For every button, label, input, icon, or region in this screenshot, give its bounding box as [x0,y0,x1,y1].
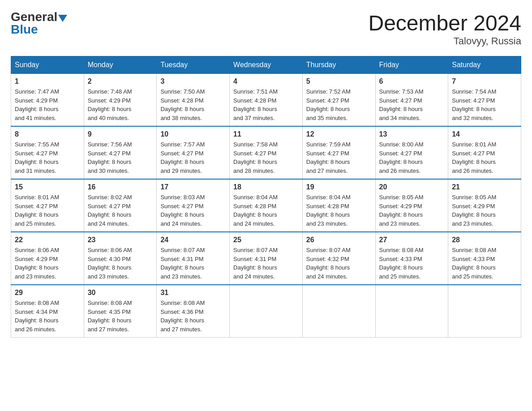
day-number: 5 [306,77,372,86]
calendar-cell: 23Sunrise: 8:06 AMSunset: 4:30 PMDayligh… [84,232,157,285]
day-info: Sunrise: 8:04 AMSunset: 4:28 PMDaylight:… [233,193,299,228]
calendar-cell: 15Sunrise: 8:01 AMSunset: 4:27 PMDayligh… [11,179,84,232]
day-info: Sunrise: 7:57 AMSunset: 4:27 PMDaylight:… [160,140,226,175]
day-number: 11 [233,130,299,138]
day-header-saturday: Saturday [448,56,521,74]
calendar-cell: 5Sunrise: 7:52 AMSunset: 4:27 PMDaylight… [302,74,375,127]
day-number: 22 [15,236,80,244]
day-header-monday: Monday [84,56,157,74]
calendar-cell: 17Sunrise: 8:03 AMSunset: 4:27 PMDayligh… [157,179,230,232]
page-header: General Blue December 2024 Talovyy, Russ… [11,11,521,47]
logo: General Blue [11,11,67,36]
day-number: 15 [15,183,80,191]
calendar-cell: 12Sunrise: 7:59 AMSunset: 4:27 PMDayligh… [302,126,375,179]
calendar-cell: 19Sunrise: 8:04 AMSunset: 4:28 PMDayligh… [302,179,375,232]
calendar-cell: 7Sunrise: 7:54 AMSunset: 4:27 PMDaylight… [448,74,521,127]
day-number: 16 [88,183,153,191]
calendar-week-row: 8Sunrise: 7:55 AMSunset: 4:27 PMDaylight… [11,126,521,179]
calendar-cell: 10Sunrise: 7:57 AMSunset: 4:27 PMDayligh… [157,126,230,179]
logo-triangle-icon [58,15,67,22]
calendar-cell [448,285,521,338]
day-info: Sunrise: 8:07 AMSunset: 4:31 PMDaylight:… [160,246,226,281]
calendar-cell: 21Sunrise: 8:05 AMSunset: 4:29 PMDayligh… [448,179,521,232]
day-info: Sunrise: 8:06 AMSunset: 4:30 PMDaylight:… [88,246,153,281]
calendar-cell: 3Sunrise: 7:50 AMSunset: 4:28 PMDaylight… [157,74,230,127]
day-header-sunday: Sunday [11,56,84,74]
day-number: 21 [452,183,517,191]
day-number: 20 [379,183,445,191]
day-info: Sunrise: 8:08 AMSunset: 4:36 PMDaylight:… [160,299,226,334]
day-header-tuesday: Tuesday [157,56,230,74]
day-info: Sunrise: 8:03 AMSunset: 4:27 PMDaylight:… [160,193,226,228]
day-info: Sunrise: 7:47 AMSunset: 4:29 PMDaylight:… [15,87,80,122]
day-info: Sunrise: 7:56 AMSunset: 4:27 PMDaylight:… [88,140,153,175]
day-number: 7 [452,77,517,86]
calendar-cell: 18Sunrise: 8:04 AMSunset: 4:28 PMDayligh… [230,179,303,232]
day-info: Sunrise: 8:08 AMSunset: 4:35 PMDaylight:… [88,299,153,334]
calendar-cell: 1Sunrise: 7:47 AMSunset: 4:29 PMDaylight… [11,74,84,127]
day-number: 10 [160,130,226,138]
calendar-table: SundayMondayTuesdayWednesdayThursdayFrid… [11,56,521,338]
day-number: 1 [15,77,80,86]
calendar-cell: 29Sunrise: 8:08 AMSunset: 4:34 PMDayligh… [11,285,84,338]
day-header-friday: Friday [375,56,448,74]
calendar-cell [375,285,448,338]
calendar-cell: 6Sunrise: 7:53 AMSunset: 4:27 PMDaylight… [375,74,448,127]
calendar-cell: 27Sunrise: 8:08 AMSunset: 4:33 PMDayligh… [375,232,448,285]
day-info: Sunrise: 7:53 AMSunset: 4:27 PMDaylight:… [379,87,445,122]
day-number: 3 [160,77,226,86]
calendar-cell [302,285,375,338]
calendar-cell: 20Sunrise: 8:05 AMSunset: 4:29 PMDayligh… [375,179,448,232]
day-info: Sunrise: 7:58 AMSunset: 4:27 PMDaylight:… [233,140,299,175]
calendar-week-row: 1Sunrise: 7:47 AMSunset: 4:29 PMDaylight… [11,74,521,127]
calendar-cell [230,285,303,338]
day-number: 27 [379,236,445,244]
day-number: 17 [160,183,226,191]
calendar-week-row: 29Sunrise: 8:08 AMSunset: 4:34 PMDayligh… [11,285,521,338]
calendar-cell: 2Sunrise: 7:48 AMSunset: 4:29 PMDaylight… [84,74,157,127]
day-number: 26 [306,236,372,244]
calendar-cell: 24Sunrise: 8:07 AMSunset: 4:31 PMDayligh… [157,232,230,285]
calendar-cell: 22Sunrise: 8:06 AMSunset: 4:29 PMDayligh… [11,232,84,285]
day-info: Sunrise: 7:54 AMSunset: 4:27 PMDaylight:… [452,87,517,122]
day-number: 14 [452,130,517,138]
day-number: 13 [379,130,445,138]
day-info: Sunrise: 7:59 AMSunset: 4:27 PMDaylight:… [306,140,372,175]
day-info: Sunrise: 8:06 AMSunset: 4:29 PMDaylight:… [15,246,80,281]
calendar-week-row: 15Sunrise: 8:01 AMSunset: 4:27 PMDayligh… [11,179,521,232]
calendar-cell: 4Sunrise: 7:51 AMSunset: 4:28 PMDaylight… [230,74,303,127]
calendar-cell: 8Sunrise: 7:55 AMSunset: 4:27 PMDaylight… [11,126,84,179]
day-info: Sunrise: 8:08 AMSunset: 4:33 PMDaylight:… [379,246,445,281]
calendar-cell: 11Sunrise: 7:58 AMSunset: 4:27 PMDayligh… [230,126,303,179]
calendar-header-row: SundayMondayTuesdayWednesdayThursdayFrid… [11,56,521,74]
calendar-cell: 25Sunrise: 8:07 AMSunset: 4:31 PMDayligh… [230,232,303,285]
day-number: 24 [160,236,226,244]
day-info: Sunrise: 8:00 AMSunset: 4:27 PMDaylight:… [379,140,445,175]
calendar-cell: 16Sunrise: 8:02 AMSunset: 4:27 PMDayligh… [84,179,157,232]
day-number: 2 [88,77,153,86]
calendar-cell: 31Sunrise: 8:08 AMSunset: 4:36 PMDayligh… [157,285,230,338]
day-info: Sunrise: 8:07 AMSunset: 4:31 PMDaylight:… [233,246,299,281]
calendar-cell: 30Sunrise: 8:08 AMSunset: 4:35 PMDayligh… [84,285,157,338]
calendar-cell: 13Sunrise: 8:00 AMSunset: 4:27 PMDayligh… [375,126,448,179]
day-number: 12 [306,130,372,138]
calendar-cell: 26Sunrise: 8:07 AMSunset: 4:32 PMDayligh… [302,232,375,285]
day-number: 29 [15,289,80,297]
day-number: 8 [15,130,80,138]
day-info: Sunrise: 8:02 AMSunset: 4:27 PMDaylight:… [88,193,153,228]
day-info: Sunrise: 7:50 AMSunset: 4:28 PMDaylight:… [160,87,226,122]
month-title: December 2024 [368,11,521,35]
title-section: December 2024 Talovyy, Russia [368,11,521,47]
day-header-wednesday: Wednesday [230,56,303,74]
day-number: 25 [233,236,299,244]
day-info: Sunrise: 8:05 AMSunset: 4:29 PMDaylight:… [379,193,445,228]
calendar-week-row: 22Sunrise: 8:06 AMSunset: 4:29 PMDayligh… [11,232,521,285]
day-number: 18 [233,183,299,191]
day-number: 9 [88,130,153,138]
day-info: Sunrise: 8:01 AMSunset: 4:27 PMDaylight:… [452,140,517,175]
day-number: 6 [379,77,445,86]
day-info: Sunrise: 8:01 AMSunset: 4:27 PMDaylight:… [15,193,80,228]
day-number: 31 [160,289,226,297]
logo-blue: Blue [11,22,38,36]
day-info: Sunrise: 8:08 AMSunset: 4:33 PMDaylight:… [452,246,517,281]
